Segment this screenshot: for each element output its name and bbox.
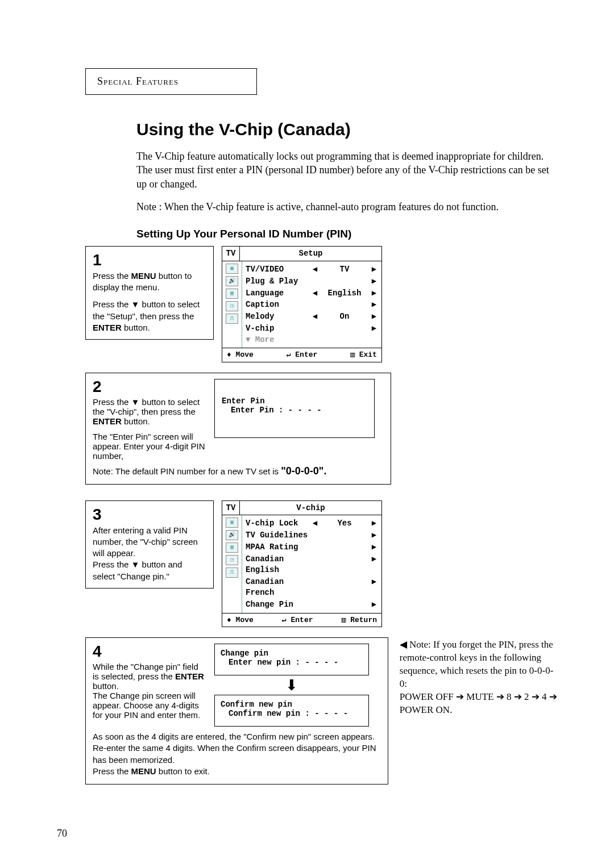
text: button. [93,681,119,691]
osd-item: Language [246,288,311,299]
osd-more: ▼ More [246,335,378,345]
text: button. [122,416,150,426]
osd-tv-label: TV [222,501,240,515]
arrow-right-icon: ▶ [370,299,378,310]
clock-icon: ◷ [226,301,238,311]
text: Press the ▼ button to select the "Setup"… [93,299,200,320]
tv-icon: ▣ [226,264,238,274]
osd-item: Change Pin [246,599,311,610]
step-3-text: 3 After entering a valid PIN number, the… [85,500,214,589]
osd-menu-list: V-chip Lock◀Yes▶ TV Guidelines▶ MPAA Rat… [242,515,381,612]
osd-foot-exit: ▥ Exit [350,350,377,360]
text: The "Enter Pin" screen will appear. Ente… [93,432,206,461]
osd-value: TV [319,264,370,275]
osd-foot-move: ♦ Move [227,350,254,360]
step-number: 2 [93,379,206,395]
arrow-left-icon: ◀ [311,264,319,275]
arrow-left-icon [311,299,319,310]
tv-icon: ▣ [226,518,238,528]
arrow-right-icon: ▶ [370,323,378,334]
side-note: ◀ Note: If you forget the PIN, press the… [400,637,557,717]
step-1-text: 1 Press the MENU button to display the m… [85,246,214,340]
settings-icon: ⎍ [226,567,238,578]
step-1-osd: TV Setup ▣ 🔊 ▦ ◷ ⎍ TV/VIDEO◀TV▶ Plug & P… [222,246,382,362]
text: button. [122,323,150,332]
osd-title: Setup [240,247,381,261]
arrow-right-icon: ▶ [370,264,378,275]
osd-value: On [319,311,370,322]
osd-foot-return: ▥ Return [342,615,377,625]
text: Press the [93,271,131,281]
default-pin-value: "0-0-0-0". [281,465,326,477]
arrow-right-icon: ▶ [370,288,378,299]
step-number: 4 [93,644,206,660]
arrow-right-icon: ▶ [370,554,378,575]
osd-item: Canadian French [246,577,311,598]
arrow-down-icon: ⬇ [285,675,298,695]
enter-key: ENTER [175,671,204,681]
arrow-right-icon: ▶ [370,530,378,541]
picture-icon: ▦ [226,289,238,299]
osd-item: Melody [246,311,311,322]
osd-value: Yes [319,518,370,529]
osd-pin-line: Enter new pin : - - - - [221,658,363,667]
osd-title: V-chip [240,501,381,515]
step-2-box: 2 Press the ▼ button to select the "V-ch… [85,373,391,485]
menu-key: MENU [131,271,156,281]
text: Press the [93,766,131,776]
speaker-icon: 🔊 [226,276,238,286]
step-number: 3 [93,507,206,523]
enter-key: ENTER [93,416,122,426]
osd-tv-label: TV [222,247,240,261]
osd-value: English [319,288,370,299]
enter-key: ENTER [93,323,122,332]
arrow-right-icon: ▶ [370,276,378,287]
osd-value [319,276,370,287]
osd-item: V-chip Lock [246,518,311,529]
subheading: Setting Up Your Personal ID Number (PIN) [136,228,557,240]
arrow-right-icon: ▶ [370,542,378,553]
text: The Change pin screen will appear. Choos… [93,691,206,720]
step-number: 1 [93,252,206,268]
osd-pin-line: Confirm new pin : - - - - [221,709,363,718]
arrow-left-icon: ◀ [311,311,319,322]
osd-icon-strip: ▣ 🔊 ▦ ◷ ⎍ [222,261,242,348]
section-label: Special Features [97,76,179,87]
clock-icon: ◷ [226,555,238,565]
arrow-right-icon: ▶ [370,518,378,529]
confirm-pin-osd: Confirm new pin Confirm new pin : - - - … [214,695,369,727]
osd-value [319,299,370,310]
default-pin-note: Note: The default PIN number for a new T… [93,465,384,477]
speaker-icon: 🔊 [226,530,238,540]
side-note-sequence: POWER OFF ➔ MUTE ➔ 8 ➔ 2 ➔ 4 ➔ POWER ON. [400,691,557,717]
arrow-right-icon: ▶ [370,311,378,322]
text: Press the ▼ button to select the "V-chip… [93,397,200,416]
text: After entering a valid PIN number, the "… [93,525,206,582]
osd-item: MPAA Rating [246,542,311,553]
page-number: 70 [57,828,67,840]
arrow-left-icon: ◀ [311,518,319,529]
section-header: Special Features [85,68,257,95]
osd-item: TV Guidelines [246,530,311,541]
osd-foot-enter: ↵ Enter [282,615,313,625]
osd-title: Change pin [221,649,363,658]
osd-item: Caption [246,299,311,310]
settings-icon: ⎍ [226,314,238,324]
osd-foot-move: ♦ Move [227,615,254,625]
osd-pin-line: Enter Pin : - - - - [222,406,367,415]
arrow-right-icon: ▶ [370,599,378,610]
change-pin-osd: Change pin Enter new pin : - - - - [214,644,369,675]
osd-icon-strip: ▣ 🔊 ▦ ◷ ⎍ [222,515,242,612]
osd-title: Confirm new pin [221,700,363,709]
osd-item: Plug & Play [246,276,311,287]
arrow-left-icon [311,276,319,287]
arrow-left-icon: ◀ [311,288,319,299]
arrow-right-icon: ▶ [370,577,378,598]
step-1-row: 1 Press the MENU button to display the m… [85,246,557,362]
intro-paragraph: The V-Chip feature automatically locks o… [136,149,557,191]
step4-bottom-note: As soon as the 4 digits are entered, the… [93,731,381,777]
osd-title: Enter Pin [222,397,367,406]
step-4-box: 4 While the "Change pin" field is select… [85,637,388,784]
osd-item: V-chip [246,323,311,334]
side-note-text: ◀ Note: If you forget the PIN, press the… [400,639,554,689]
